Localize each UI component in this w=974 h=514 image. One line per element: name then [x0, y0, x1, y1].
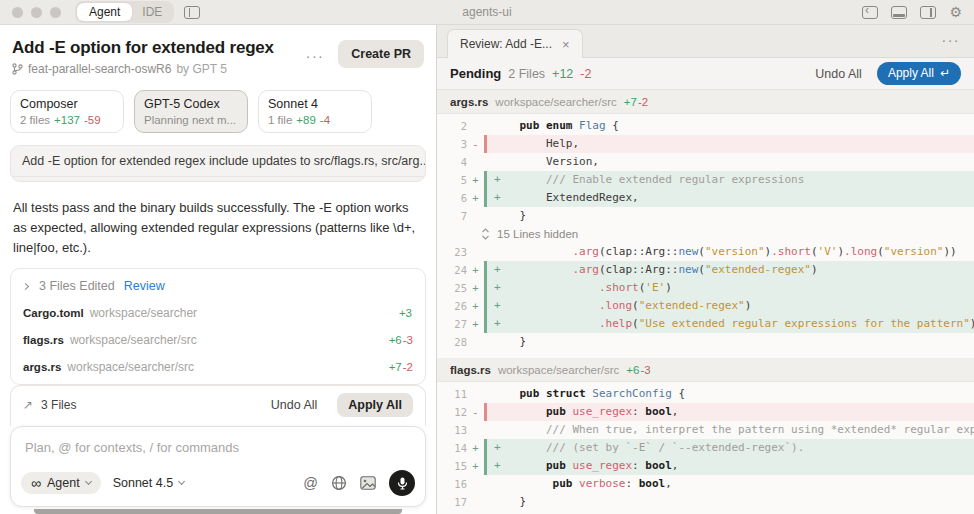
line-code: Help, — [487, 135, 974, 153]
diff-line: 7 } — [437, 207, 974, 225]
line-marker — [467, 117, 484, 135]
apply-all-button[interactable]: Apply All ↵ — [877, 62, 961, 85]
diff-line: 13 /// When true, interpret the pattern … — [437, 421, 974, 439]
hidden-lines-label: 15 Lines hidden — [497, 228, 578, 240]
close-window-button[interactable] — [12, 7, 23, 18]
mode-switcher: Agent IDE — [75, 1, 174, 23]
sidebar-toggle-icon[interactable] — [184, 6, 200, 19]
more-icon[interactable]: ··· — [306, 48, 325, 64]
globe-icon[interactable] — [331, 475, 347, 491]
inline-add-marker: + — [494, 279, 501, 297]
line-marker: + — [467, 457, 484, 475]
line-number: 15 — [437, 457, 467, 475]
line-number: 23 — [437, 243, 467, 261]
review-files-count: 2 Files — [508, 67, 545, 81]
diff-line: 15+ pub use_regex: bool,+ — [437, 457, 974, 475]
more-icon[interactable]: ··· — [942, 32, 961, 48]
line-code: /// When true, interpret the pattern usi… — [487, 421, 974, 439]
composer-input[interactable]: Plan, @ for contexts, / for commands — [11, 427, 425, 461]
diff-line: 11 pub struct SearchConfig { — [437, 385, 974, 403]
inline-add-marker: + — [494, 171, 501, 189]
line-number: 17 — [437, 493, 467, 511]
line-marker: + — [467, 189, 484, 207]
agent-panel: Add -E option for extended regex feat-pa… — [0, 25, 437, 514]
diff-file-header[interactable]: flags.rsworkspace/searcher/src+6-3 — [437, 358, 974, 382]
diff-line: 2 pub enum Flag { — [437, 117, 974, 135]
review-status: Pending — [450, 66, 501, 81]
pending-files-label[interactable]: 3 Files — [41, 398, 76, 412]
edited-file-row[interactable]: Cargo.toml workspace/searcher +3 — [11, 299, 425, 326]
traffic-lights — [12, 7, 61, 18]
diff-code-block: 11 pub struct SearchConfig {12- pub use_… — [437, 382, 974, 514]
close-icon[interactable]: × — [562, 38, 570, 51]
line-code: } — [487, 207, 974, 225]
files-edited-header[interactable]: 3 Files Edited Review — [11, 271, 425, 299]
hidden-lines-toggle[interactable]: 15 Lines hidden — [437, 225, 974, 243]
task-box[interactable]: Add -E option for extended regex include… — [10, 145, 426, 182]
line-code: } — [487, 333, 974, 351]
image-icon[interactable] — [360, 476, 376, 490]
titlebar: Agent IDE agents-ui ⚙ — [0, 0, 974, 25]
mode-tab-agent[interactable]: Agent — [77, 3, 132, 21]
mode-tab-ide[interactable]: IDE — [132, 3, 172, 21]
agent-card-sonnet4[interactable]: Sonnet 4 1 file +89-4 — [258, 90, 372, 133]
git-branch-icon — [12, 63, 23, 75]
inline-add-marker: + — [494, 315, 501, 333]
diff-file-name: flags.rs — [450, 364, 491, 376]
pending-files-bar: ↗ 3 Files Undo All Apply All — [10, 385, 426, 426]
agent-card-composer[interactable]: Composer 2 files +137-59 — [10, 90, 124, 133]
undo-all-button[interactable]: Undo All — [815, 67, 862, 81]
tab-review[interactable]: Review: Add -E... × — [447, 29, 583, 58]
review-tabbar: Review: Add -E... × ··· — [437, 25, 974, 58]
apply-all-button[interactable]: Apply All — [337, 393, 413, 417]
microphone-icon — [397, 477, 408, 490]
review-link[interactable]: Review — [124, 279, 165, 293]
microphone-button[interactable] — [389, 470, 415, 496]
line-number: 25 — [437, 279, 467, 297]
diff-deletions: -3 — [640, 364, 650, 376]
line-code: pub verbose: bool, — [487, 475, 974, 493]
inline-add-marker: + — [494, 189, 501, 207]
window-title: agents-ui — [462, 5, 511, 19]
agent-mode-dropdown[interactable]: ∞ Agent — [21, 472, 101, 494]
line-code: .short('E')+ — [487, 279, 974, 297]
at-mention-icon[interactable]: @ — [303, 475, 318, 491]
minimize-window-button[interactable] — [31, 7, 42, 18]
line-code: /// (set by `-E` / `--extended-regex`).+ — [487, 439, 974, 457]
line-number: 27 — [437, 315, 467, 333]
unfold-lines-icon — [481, 228, 490, 240]
diff-file-header[interactable]: args.rsworkspace/searcher/src+7-2 — [437, 90, 974, 114]
line-marker: + — [467, 171, 484, 189]
edited-file-row[interactable]: args.rs workspace/searcher/src +7-2 — [11, 353, 425, 380]
create-pr-button[interactable]: Create PR — [338, 40, 424, 68]
line-marker — [467, 493, 484, 511]
branch-author: by GPT 5 — [176, 62, 226, 76]
model-dropdown[interactable]: Sonnet 4.5 — [113, 476, 184, 490]
agent-cards: Composer 2 files +137-59 GPT-5 Codex Pla… — [10, 90, 426, 133]
agent-card-gpt5-codex[interactable]: GPT-5 Codex Planning next m... — [134, 90, 248, 133]
return-icon: ↵ — [940, 66, 950, 80]
line-code: .long("extended-regex")+ — [487, 297, 974, 315]
diff-line: 27+ .help("Use extended regular expressi… — [437, 315, 974, 333]
page-title: Add -E option for extended regex — [12, 38, 306, 58]
diff-line: 14+ /// (set by `-E` / `--extended-regex… — [437, 439, 974, 457]
settings-gear-icon[interactable]: ⚙ — [949, 5, 962, 19]
line-number: 24 — [437, 261, 467, 279]
line-code: /// Enable extended regular expressions+ — [487, 171, 974, 189]
diff-line: 12- pub use_regex: bool, — [437, 403, 974, 421]
diff-additions: +6 — [626, 364, 639, 376]
panel-bottom-icon[interactable] — [891, 6, 907, 19]
review-panel: Review: Add -E... × ··· Pending 2 Files … — [437, 25, 974, 514]
edited-file-row[interactable]: flags.rs workspace/searcher/src +6-3 — [11, 326, 425, 353]
inline-add-marker: + — [494, 297, 501, 315]
line-number: 12 — [437, 403, 467, 421]
panel-right-icon[interactable] — [920, 6, 936, 19]
composer: Plan, @ for contexts, / for commands ∞ A… — [10, 426, 426, 507]
undo-all-button[interactable]: Undo All — [271, 398, 318, 412]
task-summary: Add -E option for extended regex include… — [11, 146, 425, 177]
panel-left-collapse-icon[interactable] — [862, 6, 878, 19]
diff-line: 23 .arg(clap::Arg::new("version").short(… — [437, 243, 974, 261]
window-bottom-edge — [34, 509, 402, 514]
zoom-window-button[interactable] — [50, 7, 61, 18]
files-edited-card: 3 Files Edited Review Cargo.toml workspa… — [10, 268, 426, 385]
